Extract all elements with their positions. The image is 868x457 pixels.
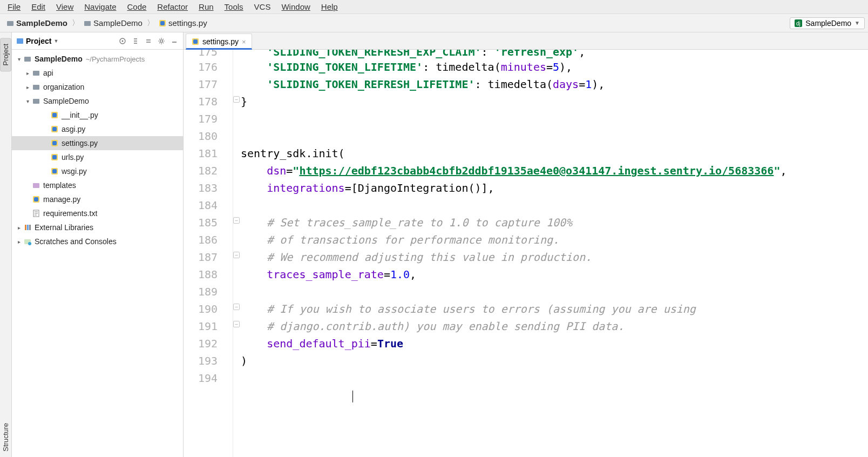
project-tree[interactable]: ▾ SampleDemo ~/PycharmProjects ▸ api ▸ o…: [12, 50, 183, 251]
code-editor[interactable]: 1751761771781791801811821831841851861871…: [184, 50, 868, 457]
menu-window[interactable]: Window: [276, 1, 315, 12]
breadcrumb-file[interactable]: settings.py: [155, 17, 211, 29]
libraries-icon: [23, 223, 32, 232]
run-config-selector[interactable]: dj SampleDemo ▼: [790, 17, 865, 29]
fold-marker[interactable]: –: [233, 252, 240, 258]
chevron-right-icon[interactable]: ▸: [15, 225, 23, 231]
editor-area: settings.py × 17517617717817918018118218…: [184, 32, 868, 457]
python-file-icon: [50, 166, 59, 176]
svg-point-8: [122, 40, 124, 42]
menu-help[interactable]: Help: [316, 1, 343, 12]
tree-root[interactable]: ▾ SampleDemo ~/PycharmProjects: [12, 52, 183, 66]
scratches-icon: [23, 237, 32, 246]
tree-scratches[interactable]: ▸ Scratches and Consoles: [12, 234, 183, 248]
text-file-icon: [31, 209, 41, 218]
folder-icon: [84, 19, 91, 27]
svg-point-9: [160, 39, 163, 42]
tree-folder-sampledemo[interactable]: ▾ SampleDemo: [12, 94, 183, 108]
tree-file-settings[interactable]: settings.py: [12, 136, 183, 150]
expand-all-button[interactable]: [129, 35, 142, 48]
line-number: 191: [184, 318, 218, 335]
svg-rect-0: [7, 21, 13, 26]
svg-rect-19: [52, 141, 57, 145]
line-number: 184: [184, 197, 218, 214]
python-file-icon: [50, 110, 59, 120]
minimize-icon: [171, 37, 178, 45]
line-number: 183: [184, 179, 218, 197]
folder-icon: [31, 68, 41, 78]
tree-file-requirements[interactable]: requirements.txt: [12, 206, 183, 220]
main-area: Project Structure Project ▼: [0, 32, 868, 457]
folder-icon: [6, 19, 14, 27]
code-content[interactable]: 'SLIDING_TOKEN_REFRESH_EXP_CLAIM': 'refr…: [233, 50, 868, 457]
chevron-down-icon: ▼: [855, 20, 860, 26]
svg-rect-6: [17, 38, 23, 44]
hide-panel-button[interactable]: [168, 35, 181, 48]
tree-file-asgi[interactable]: asgi.py: [12, 122, 183, 136]
project-header: Project ▼: [12, 32, 183, 50]
tree-file-wsgi[interactable]: wsgi.py: [12, 164, 183, 178]
svg-rect-12: [33, 85, 39, 90]
chevron-right-icon[interactable]: ▸: [15, 239, 23, 245]
tree-folder-api[interactable]: ▸ api: [12, 66, 183, 80]
fold-marker[interactable]: –: [233, 321, 240, 327]
tool-tab-structure[interactable]: Structure: [1, 418, 11, 457]
svg-rect-26: [34, 197, 38, 201]
line-number-gutter[interactable]: 1751761771781791801811821831841851861871…: [184, 50, 233, 457]
tool-tab-project[interactable]: Project: [0, 38, 11, 71]
breadcrumb-root[interactable]: SampleDemo: [3, 17, 71, 29]
python-file-icon: [159, 19, 166, 27]
chevron-down-icon: ▼: [53, 38, 58, 44]
breadcrumb-mid[interactable]: SampleDemo: [80, 17, 146, 29]
menu-code[interactable]: Code: [121, 1, 152, 12]
close-icon[interactable]: ×: [242, 38, 246, 46]
chevron-right-icon[interactable]: ▸: [24, 84, 31, 90]
svg-rect-21: [52, 155, 57, 159]
fold-strip: – – – – –: [233, 50, 241, 457]
project-view-selector[interactable]: Project ▼: [16, 37, 58, 45]
tree-file-init[interactable]: __init__.py: [12, 108, 183, 122]
fold-marker[interactable]: –: [233, 217, 240, 224]
menu-edit[interactable]: Edit: [26, 1, 51, 12]
fold-marker[interactable]: –: [233, 96, 240, 103]
svg-rect-1: [84, 21, 91, 26]
tree-file-manage[interactable]: manage.py: [12, 192, 183, 206]
python-file-icon: [50, 152, 59, 162]
svg-rect-29: [27, 225, 29, 230]
line-number: 186: [184, 231, 218, 248]
menu-file[interactable]: File: [2, 1, 26, 12]
line-number: 192: [184, 335, 218, 352]
menu-view[interactable]: View: [51, 1, 79, 12]
menu-tools[interactable]: Tools: [219, 1, 249, 12]
fold-marker[interactable]: –: [233, 304, 240, 310]
tree-folder-templates[interactable]: templates: [12, 178, 183, 192]
chevron-down-icon[interactable]: ▾: [15, 56, 23, 62]
folder-icon: [23, 54, 32, 64]
menu-bar: File Edit View Navigate Code Refactor Ru…: [0, 0, 868, 14]
line-number: 179: [184, 110, 218, 127]
editor-tabs: settings.py ×: [184, 32, 868, 50]
line-number: 189: [184, 283, 218, 300]
folder-icon: [31, 82, 41, 92]
line-number: 182: [184, 162, 218, 179]
menu-vcs[interactable]: VCS: [249, 1, 276, 12]
left-tool-gutter: Project Structure: [0, 32, 12, 457]
svg-rect-17: [52, 127, 57, 131]
collapse-all-button[interactable]: [142, 35, 155, 48]
locate-file-button[interactable]: [116, 35, 129, 48]
tree-external-libraries[interactable]: ▸ External Libraries: [12, 220, 183, 234]
tree-folder-organization[interactable]: ▸ organization: [12, 80, 183, 94]
menu-run[interactable]: Run: [193, 1, 219, 12]
gear-icon: [158, 37, 165, 45]
chevron-down-icon[interactable]: ▾: [24, 98, 31, 104]
tree-file-urls[interactable]: urls.py: [12, 150, 183, 164]
settings-gear-button[interactable]: [155, 35, 168, 48]
editor-tab-settings[interactable]: settings.py ×: [186, 33, 252, 50]
chevron-right-icon[interactable]: ▸: [24, 70, 31, 76]
svg-rect-24: [33, 183, 39, 188]
menu-refactor[interactable]: Refactor: [152, 1, 193, 12]
line-number: 180: [184, 127, 218, 145]
menu-navigate[interactable]: Navigate: [79, 1, 121, 12]
breadcrumb-separator: 〉: [146, 18, 155, 28]
svg-text:dj: dj: [796, 21, 801, 26]
